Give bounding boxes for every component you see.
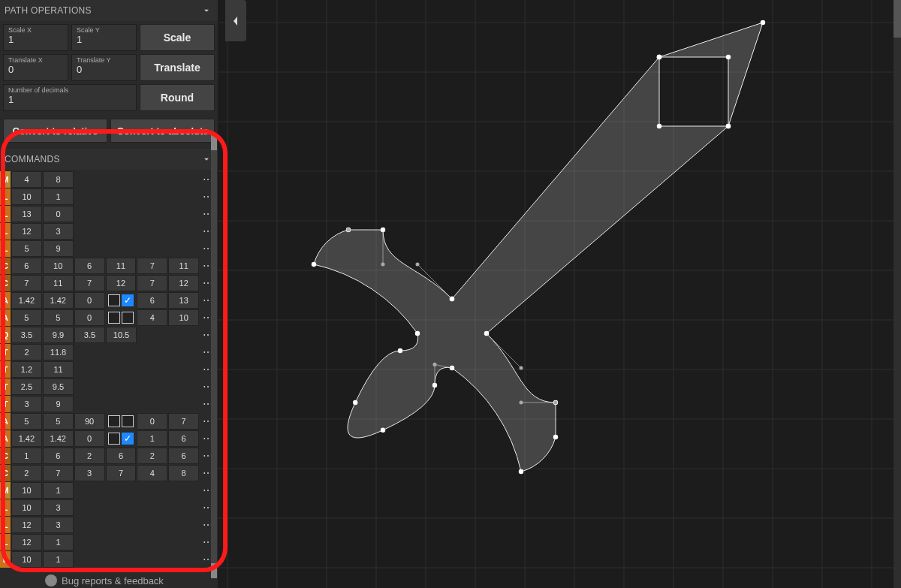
command-letter[interactable]: L <box>0 517 11 533</box>
collapse-sidebar-button[interactable] <box>225 0 246 41</box>
bug-report-link[interactable]: Bug reports & feedback <box>45 573 164 588</box>
canvas-scrollbar[interactable] <box>893 0 901 588</box>
command-value-cell[interactable]: 2.5 <box>11 378 42 395</box>
command-letter[interactable]: T <box>0 396 11 412</box>
command-letter[interactable]: L <box>0 551 11 568</box>
command-letter[interactable]: A <box>0 292 11 309</box>
command-value-cell[interactable]: 0 <box>74 430 105 447</box>
translate-button[interactable]: Translate <box>140 54 215 81</box>
arc-flag-checkbox[interactable] <box>122 433 134 445</box>
command-value-cell[interactable]: 7 <box>43 465 74 481</box>
command-letter[interactable]: L <box>0 499 11 516</box>
command-value-cell[interactable]: 12 <box>11 517 42 533</box>
command-value-cell[interactable]: 0 <box>43 206 74 222</box>
command-value-cell[interactable]: 3 <box>43 223 74 240</box>
command-value-cell[interactable]: 10 <box>11 188 42 205</box>
command-value-cell[interactable]: 11 <box>43 361 74 378</box>
command-value-cell[interactable]: 5 <box>11 309 42 326</box>
scale-x-field[interactable]: Scale X 1 <box>3 24 68 51</box>
command-value-cell[interactable]: 11 <box>168 258 199 274</box>
command-value-cell[interactable]: 5 <box>43 413 74 430</box>
command-value-cell[interactable]: 1.42 <box>43 430 74 447</box>
command-value-cell[interactable]: 7 <box>137 258 167 274</box>
arc-flag-checkbox[interactable] <box>122 312 134 324</box>
command-value-cell[interactable]: 6 <box>106 448 137 464</box>
pathops-header[interactable]: PATH OPERATIONS <box>0 0 218 21</box>
command-value-cell[interactable]: 4 <box>137 465 167 481</box>
command-value-cell[interactable]: 5 <box>43 309 74 326</box>
command-letter[interactable]: A <box>0 430 11 447</box>
command-value-cell[interactable]: 6 <box>74 258 105 274</box>
command-value-cell[interactable]: 7 <box>106 465 137 481</box>
command-letter[interactable]: L <box>0 223 11 240</box>
command-value-cell[interactable]: 9.9 <box>43 327 74 343</box>
command-value-cell[interactable]: 3 <box>43 517 74 533</box>
command-letter[interactable]: C <box>0 275 11 291</box>
command-value-cell[interactable]: 0 <box>74 309 105 326</box>
command-value-cell[interactable]: 0 <box>74 292 105 309</box>
command-value-cell[interactable]: 2 <box>74 448 105 464</box>
command-letter[interactable]: C <box>0 258 11 274</box>
command-value-cell[interactable]: 11.8 <box>43 344 74 360</box>
command-value-cell[interactable]: 9.5 <box>43 378 74 395</box>
convert-relative-button[interactable]: Convert to relative <box>3 119 107 143</box>
command-value-cell[interactable]: 6 <box>168 448 199 464</box>
arc-flag-checkbox[interactable] <box>108 294 120 306</box>
convert-absolute-button[interactable]: Convert to absolute <box>110 119 215 143</box>
command-value-cell[interactable]: 1 <box>11 448 42 464</box>
command-value-cell[interactable]: 10 <box>11 551 42 568</box>
command-value-cell[interactable]: 11 <box>43 275 74 291</box>
command-value-cell[interactable]: 1.42 <box>11 292 42 309</box>
command-value-cell[interactable]: 8 <box>43 171 74 188</box>
scale-button[interactable]: Scale <box>140 24 215 51</box>
command-letter[interactable]: L <box>0 240 11 257</box>
command-value-cell[interactable]: 12 <box>11 223 42 240</box>
command-value-cell[interactable]: 10 <box>11 499 42 516</box>
translate-y-field[interactable]: Translate Y 0 <box>71 54 137 81</box>
command-value-cell[interactable]: 1 <box>43 534 74 550</box>
command-value-cell[interactable]: 9 <box>43 240 74 257</box>
command-letter[interactable]: L <box>0 534 11 550</box>
command-value-cell[interactable]: 2 <box>137 448 167 464</box>
command-value-cell[interactable]: 6 <box>43 448 74 464</box>
command-value-cell[interactable]: 10 <box>43 258 74 274</box>
command-letter[interactable]: L <box>0 188 11 205</box>
command-letter[interactable]: Q <box>0 327 11 343</box>
arc-flag-checkbox[interactable] <box>108 415 120 427</box>
command-value-cell[interactable]: 7 <box>137 275 167 291</box>
scrollbar-thumb[interactable] <box>211 563 217 578</box>
translate-x-field[interactable]: Translate X 0 <box>3 54 68 81</box>
command-value-cell[interactable]: 10.5 <box>106 327 137 343</box>
command-value-cell[interactable]: 12 <box>11 534 42 550</box>
command-value-cell[interactable]: 9 <box>43 396 74 412</box>
arc-flag-checkbox[interactable] <box>122 415 134 427</box>
round-button[interactable]: Round <box>140 84 215 111</box>
command-value-cell[interactable]: 1.42 <box>43 292 74 309</box>
command-value-cell[interactable]: 12 <box>106 275 137 291</box>
command-value-cell[interactable]: 90 <box>74 413 105 430</box>
command-value-cell[interactable]: 1 <box>137 430 167 447</box>
command-value-cell[interactable]: 10 <box>168 309 199 326</box>
command-value-cell[interactable]: 2 <box>11 344 42 360</box>
command-letter[interactable]: A <box>0 413 11 430</box>
command-value-cell[interactable]: 6 <box>137 292 167 309</box>
command-letter[interactable]: C <box>0 448 11 464</box>
decimals-field[interactable]: Number of decimals 1 <box>3 84 137 111</box>
command-value-cell[interactable]: 3.5 <box>11 327 42 343</box>
arc-flag-checkbox[interactable] <box>108 312 120 324</box>
command-value-cell[interactable]: 3.5 <box>74 327 105 343</box>
command-value-cell[interactable]: 7 <box>74 275 105 291</box>
commands-header[interactable]: COMMANDS <box>0 149 218 170</box>
command-letter[interactable]: M <box>0 482 11 499</box>
command-value-cell[interactable]: 2 <box>11 465 42 481</box>
command-letter[interactable]: C <box>0 465 11 481</box>
canvas[interactable] <box>218 0 901 588</box>
command-value-cell[interactable]: 0 <box>137 413 167 430</box>
command-value-cell[interactable]: 11 <box>106 258 137 274</box>
arc-flag-checkbox[interactable] <box>122 294 134 306</box>
command-value-cell[interactable]: 4 <box>11 171 42 188</box>
command-letter[interactable]: L <box>0 206 11 222</box>
command-value-cell[interactable]: 3 <box>11 396 42 412</box>
command-value-cell[interactable]: 1.42 <box>11 430 42 447</box>
command-value-cell[interactable]: 1 <box>43 482 74 499</box>
